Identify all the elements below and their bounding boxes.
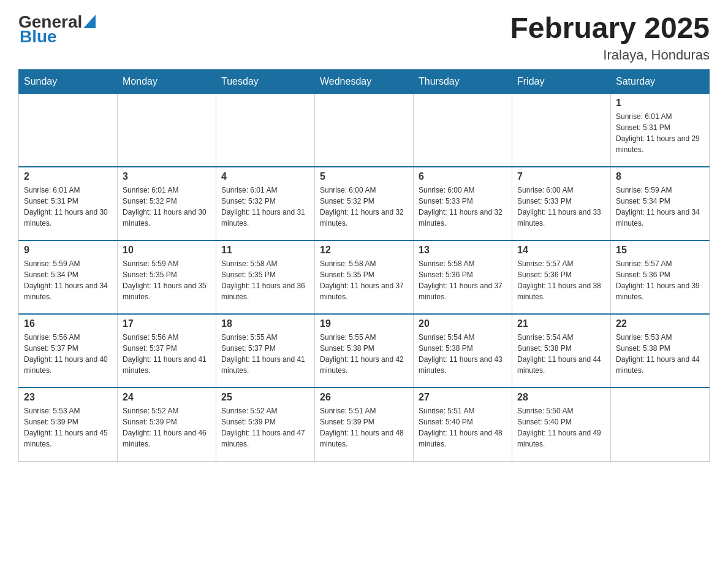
day-info: Sunrise: 5:54 AMSunset: 5:38 PMDaylight:… bbox=[517, 332, 605, 376]
calendar-cell-w1-d5 bbox=[414, 93, 512, 167]
calendar-cell-w5-d4: 26Sunrise: 5:51 AMSunset: 5:39 PMDayligh… bbox=[315, 388, 414, 461]
day-number: 1 bbox=[616, 98, 704, 109]
day-info: Sunrise: 5:55 AMSunset: 5:37 PMDaylight:… bbox=[221, 332, 309, 376]
day-number: 15 bbox=[616, 245, 704, 256]
month-title: February 2025 bbox=[510, 12, 710, 45]
weekday-header-row: Sunday Monday Tuesday Wednesday Thursday… bbox=[19, 69, 710, 93]
day-number: 2 bbox=[24, 171, 112, 182]
day-number: 5 bbox=[320, 171, 408, 182]
day-number: 28 bbox=[517, 392, 605, 403]
calendar-cell-w2-d2: 3Sunrise: 6:01 AMSunset: 5:32 PMDaylight… bbox=[118, 167, 216, 240]
day-info: Sunrise: 6:01 AMSunset: 5:31 PMDaylight:… bbox=[24, 185, 112, 229]
calendar-cell-w5-d7 bbox=[611, 388, 710, 461]
day-number: 19 bbox=[320, 318, 408, 329]
day-number: 14 bbox=[517, 245, 605, 256]
day-info: Sunrise: 5:58 AMSunset: 5:35 PMDaylight:… bbox=[320, 258, 408, 302]
day-number: 16 bbox=[24, 318, 112, 329]
calendar-cell-w4-d7: 22Sunrise: 5:53 AMSunset: 5:38 PMDayligh… bbox=[611, 314, 710, 388]
day-info: Sunrise: 5:59 AMSunset: 5:34 PMDaylight:… bbox=[616, 185, 704, 229]
calendar-cell-w3-d4: 12Sunrise: 5:58 AMSunset: 5:35 PMDayligh… bbox=[315, 240, 414, 314]
calendar-cell-w3-d2: 10Sunrise: 5:59 AMSunset: 5:35 PMDayligh… bbox=[118, 240, 216, 314]
calendar-cell-w1-d2 bbox=[118, 93, 216, 167]
calendar-table: Sunday Monday Tuesday Wednesday Thursday… bbox=[18, 69, 710, 462]
calendar-week-1: 1Sunrise: 6:01 AMSunset: 5:31 PMDaylight… bbox=[19, 93, 710, 167]
day-number: 3 bbox=[123, 171, 211, 182]
day-number: 10 bbox=[123, 245, 211, 256]
calendar-cell-w3-d6: 14Sunrise: 5:57 AMSunset: 5:36 PMDayligh… bbox=[512, 240, 611, 314]
calendar-cell-w3-d1: 9Sunrise: 5:59 AMSunset: 5:34 PMDaylight… bbox=[19, 240, 118, 314]
day-info: Sunrise: 5:54 AMSunset: 5:38 PMDaylight:… bbox=[419, 332, 507, 376]
day-info: Sunrise: 6:00 AMSunset: 5:33 PMDaylight:… bbox=[517, 185, 605, 229]
calendar-cell-w3-d5: 13Sunrise: 5:58 AMSunset: 5:36 PMDayligh… bbox=[414, 240, 512, 314]
logo: General Blue bbox=[18, 12, 96, 47]
calendar-cell-w4-d6: 21Sunrise: 5:54 AMSunset: 5:38 PMDayligh… bbox=[512, 314, 611, 388]
day-number: 6 bbox=[419, 171, 507, 182]
calendar-cell-w5-d2: 24Sunrise: 5:52 AMSunset: 5:39 PMDayligh… bbox=[118, 388, 216, 461]
calendar-week-4: 16Sunrise: 5:56 AMSunset: 5:37 PMDayligh… bbox=[19, 314, 710, 388]
logo-blue-text: Blue bbox=[20, 27, 57, 47]
day-number: 12 bbox=[320, 245, 408, 256]
header-tuesday: Tuesday bbox=[216, 69, 315, 93]
day-number: 21 bbox=[517, 318, 605, 329]
calendar-cell-w2-d3: 4Sunrise: 6:01 AMSunset: 5:32 PMDaylight… bbox=[216, 167, 315, 240]
day-info: Sunrise: 5:53 AMSunset: 5:39 PMDaylight:… bbox=[24, 405, 112, 450]
day-info: Sunrise: 6:01 AMSunset: 5:32 PMDaylight:… bbox=[221, 185, 309, 229]
calendar-week-3: 9Sunrise: 5:59 AMSunset: 5:34 PMDaylight… bbox=[19, 240, 710, 314]
header-monday: Monday bbox=[118, 69, 216, 93]
day-number: 20 bbox=[419, 318, 507, 329]
day-number: 9 bbox=[24, 245, 112, 256]
day-number: 8 bbox=[616, 171, 704, 182]
calendar-cell-w1-d3 bbox=[216, 93, 315, 167]
day-info: Sunrise: 5:53 AMSunset: 5:38 PMDaylight:… bbox=[616, 332, 704, 376]
day-number: 22 bbox=[616, 318, 704, 329]
logo-triangle-icon bbox=[83, 15, 96, 28]
day-number: 7 bbox=[517, 171, 605, 182]
day-info: Sunrise: 5:58 AMSunset: 5:36 PMDaylight:… bbox=[419, 258, 507, 302]
day-number: 17 bbox=[123, 318, 211, 329]
calendar-cell-w1-d6 bbox=[512, 93, 611, 167]
calendar-cell-w4-d4: 19Sunrise: 5:55 AMSunset: 5:38 PMDayligh… bbox=[315, 314, 414, 388]
title-section: February 2025 Iralaya, Honduras bbox=[510, 12, 710, 63]
day-number: 26 bbox=[320, 392, 408, 403]
day-info: Sunrise: 5:56 AMSunset: 5:37 PMDaylight:… bbox=[24, 332, 112, 376]
day-number: 23 bbox=[24, 392, 112, 403]
location-title: Iralaya, Honduras bbox=[510, 47, 710, 63]
page-header: General Blue February 2025 Iralaya, Hond… bbox=[18, 12, 710, 63]
day-info: Sunrise: 6:00 AMSunset: 5:33 PMDaylight:… bbox=[419, 185, 507, 229]
calendar-cell-w5-d6: 28Sunrise: 5:50 AMSunset: 5:40 PMDayligh… bbox=[512, 388, 611, 461]
day-info: Sunrise: 6:01 AMSunset: 5:31 PMDaylight:… bbox=[616, 111, 704, 155]
day-info: Sunrise: 5:56 AMSunset: 5:37 PMDaylight:… bbox=[123, 332, 211, 376]
calendar-cell-w2-d7: 8Sunrise: 5:59 AMSunset: 5:34 PMDaylight… bbox=[611, 167, 710, 240]
day-info: Sunrise: 5:57 AMSunset: 5:36 PMDaylight:… bbox=[616, 258, 704, 302]
calendar-week-5: 23Sunrise: 5:53 AMSunset: 5:39 PMDayligh… bbox=[19, 388, 710, 461]
day-info: Sunrise: 5:51 AMSunset: 5:40 PMDaylight:… bbox=[419, 405, 507, 450]
calendar-cell-w1-d7: 1Sunrise: 6:01 AMSunset: 5:31 PMDaylight… bbox=[611, 93, 710, 167]
day-info: Sunrise: 5:51 AMSunset: 5:39 PMDaylight:… bbox=[320, 405, 408, 450]
calendar-week-2: 2Sunrise: 6:01 AMSunset: 5:31 PMDaylight… bbox=[19, 167, 710, 240]
calendar-cell-w2-d5: 6Sunrise: 6:00 AMSunset: 5:33 PMDaylight… bbox=[414, 167, 512, 240]
calendar-cell-w3-d3: 11Sunrise: 5:58 AMSunset: 5:35 PMDayligh… bbox=[216, 240, 315, 314]
header-sunday: Sunday bbox=[19, 69, 118, 93]
header-wednesday: Wednesday bbox=[315, 69, 414, 93]
calendar-cell-w2-d1: 2Sunrise: 6:01 AMSunset: 5:31 PMDaylight… bbox=[19, 167, 118, 240]
day-info: Sunrise: 5:52 AMSunset: 5:39 PMDaylight:… bbox=[221, 405, 309, 450]
calendar-cell-w1-d1 bbox=[19, 93, 118, 167]
day-number: 4 bbox=[221, 171, 309, 182]
header-saturday: Saturday bbox=[611, 69, 710, 93]
calendar-cell-w5-d3: 25Sunrise: 5:52 AMSunset: 5:39 PMDayligh… bbox=[216, 388, 315, 461]
day-info: Sunrise: 5:50 AMSunset: 5:40 PMDaylight:… bbox=[517, 405, 605, 450]
header-thursday: Thursday bbox=[414, 69, 512, 93]
header-friday: Friday bbox=[512, 69, 611, 93]
day-info: Sunrise: 5:58 AMSunset: 5:35 PMDaylight:… bbox=[221, 258, 309, 302]
day-info: Sunrise: 5:59 AMSunset: 5:34 PMDaylight:… bbox=[24, 258, 112, 302]
calendar-cell-w2-d6: 7Sunrise: 6:00 AMSunset: 5:33 PMDaylight… bbox=[512, 167, 611, 240]
calendar-cell-w3-d7: 15Sunrise: 5:57 AMSunset: 5:36 PMDayligh… bbox=[611, 240, 710, 314]
calendar-cell-w1-d4 bbox=[315, 93, 414, 167]
day-number: 27 bbox=[419, 392, 507, 403]
calendar-cell-w5-d5: 27Sunrise: 5:51 AMSunset: 5:40 PMDayligh… bbox=[414, 388, 512, 461]
calendar-cell-w2-d4: 5Sunrise: 6:00 AMSunset: 5:32 PMDaylight… bbox=[315, 167, 414, 240]
day-number: 11 bbox=[221, 245, 309, 256]
day-info: Sunrise: 6:00 AMSunset: 5:32 PMDaylight:… bbox=[320, 185, 408, 229]
day-info: Sunrise: 5:59 AMSunset: 5:35 PMDaylight:… bbox=[123, 258, 211, 302]
day-number: 18 bbox=[221, 318, 309, 329]
